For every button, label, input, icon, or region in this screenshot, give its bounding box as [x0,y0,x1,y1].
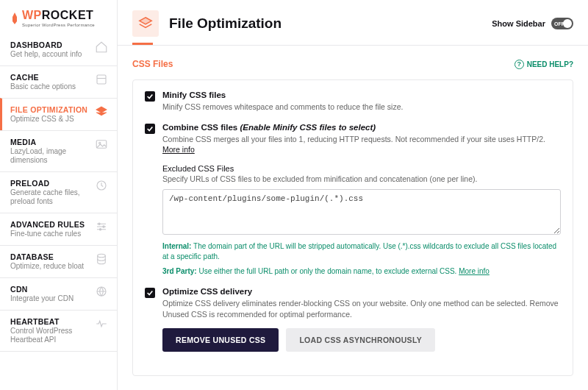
nav-sub: Generate cache files, preload fonts [10,188,92,206]
svg-point-6 [99,229,101,230]
excluded-title: Excluded CSS Files [162,164,561,173]
excluded-css-textarea[interactable] [162,189,561,235]
combine-desc: Combine CSS merges all your files into 1… [162,134,561,155]
page-title: File Optimization [169,15,481,32]
rocket-icon [10,12,19,25]
nav-title: MEDIA [10,138,92,146]
nav-sub: Basic cache options [10,82,92,91]
nav-title: HEARTBEAT [10,317,92,326]
svg-point-7 [98,254,106,258]
combine-title: Combine CSS files (Enable Minify CSS fil… [162,123,561,132]
brand-tagline: Superior WordPress Performance [22,23,95,27]
optimize-delivery-checkbox[interactable] [145,288,155,298]
sidebar-item-preload[interactable]: PRELOADGenerate cache files, preload fon… [0,171,117,213]
sidebar: WPROCKET Superior WordPress Performance … [0,0,118,390]
nav-title: CDN [10,285,92,294]
svg-rect-0 [97,75,106,84]
excluded-note-3rdparty: 3rd Party: Use either the full URL path … [162,266,561,277]
sidebar-item-cdn[interactable]: CDNIntegrate your CDN [0,277,117,311]
option-optimize-delivery: Optimize CSS delivery Optimize CSS deliv… [145,287,561,352]
nav-sub: Fine-tune cache rules [10,230,92,238]
image-icon [95,138,108,151]
sidebar-item-dashboard[interactable]: DASHBOARDGet help, account info [0,35,117,66]
nav: DASHBOARDGet help, account info CACHEBas… [0,35,117,390]
header-layers-icon [132,10,159,37]
excluded-css-block: Excluded CSS Files Specify URLs of CSS f… [162,164,561,277]
excluded-note-internal: Internal: The domain part of the URL wil… [162,241,561,262]
layers-icon [95,105,108,118]
nav-title: DASHBOARD [10,40,92,49]
sidebar-item-advanced-rules[interactable]: ADVANCED RULESFine-tune cache rules [0,213,117,246]
combine-more-link[interactable]: More info [162,145,195,154]
toggle-knob [563,19,572,28]
need-help-link[interactable]: ? NEED HELP? [514,60,573,69]
show-sidebar-label: Show Sidebar [492,19,545,28]
sidebar-item-cache[interactable]: CACHEBasic cache options [0,65,117,99]
minify-title: Minify CSS files [162,91,561,99]
load-css-async-button[interactable]: LOAD CSS ASYNCHRONOUSLY [286,328,435,352]
minify-desc: Minify CSS removes whitespace and commen… [162,102,561,113]
css-files-panel: Minify CSS files Minify CSS removes whit… [132,79,573,376]
optimize-delivery-desc: Optimize CSS delivery eliminates render-… [162,298,561,319]
nav-sub: Optimize CSS & JS [10,115,92,124]
option-minify-css: Minify CSS files Minify CSS removes whit… [145,91,561,113]
cache-icon [95,73,108,86]
nav-sub: LazyLoad, image dimensions [10,147,92,165]
option-combine-css: Combine CSS files (Enable Minify CSS fil… [145,123,561,277]
nav-title: FILE OPTIMIZATION [10,105,92,114]
sidebar-item-media[interactable]: MEDIALazyLoad, image dimensions [0,130,117,172]
page-header: File Optimization Show Sidebar OFF [118,0,588,43]
nav-sub: Control WordPress Heartbeat API [10,327,92,344]
nav-sub: Optimize, reduce bloat [10,262,92,271]
brand-logo: WPROCKET Superior WordPress Performance [0,0,117,35]
remove-unused-css-button[interactable]: REMOVE UNUSED CSS [162,328,279,352]
help-icon: ? [514,60,524,69]
optimize-delivery-title: Optimize CSS delivery [162,287,561,296]
nav-sub: Get help, account info [10,50,92,59]
combine-css-checkbox[interactable] [145,124,155,134]
svg-point-4 [98,223,100,224]
nav-title: ADVANCED RULES [10,220,92,229]
excluded-desc: Specify URLs of CSS files to be excluded… [162,174,561,183]
nav-sub: Integrate your CDN [10,294,92,303]
database-icon [95,252,108,266]
sidebar-item-database[interactable]: DATABASEOptimize, reduce bloat [0,245,117,278]
home-icon [95,40,108,54]
minify-css-checkbox[interactable] [145,91,155,102]
globe-icon [95,285,108,298]
help-label: NEED HELP? [527,60,573,68]
heartbeat-icon [95,317,108,330]
section-title: CSS Files [132,59,173,69]
content: CSS Files ? NEED HELP? Minify CSS files … [118,46,588,390]
sidebar-item-file-optimization[interactable]: FILE OPTIMIZATIONOptimize CSS & JS [0,98,117,131]
sliders-icon [95,220,108,233]
nav-title: CACHE [10,73,92,82]
main: File Optimization Show Sidebar OFF CSS F… [118,0,588,390]
sidebar-item-heartbeat[interactable]: HEARTBEATControl WordPress Heartbeat API [0,310,117,352]
svg-point-5 [103,226,104,227]
nav-title: PRELOAD [10,179,92,188]
brand-wp: WP [22,9,42,21]
excluded-more-link[interactable]: More info [459,267,490,275]
show-sidebar-toggle[interactable]: OFF [551,18,573,29]
brand-rocket: ROCKET [42,9,94,21]
preload-icon [95,179,108,192]
nav-title: DATABASE [10,252,92,261]
